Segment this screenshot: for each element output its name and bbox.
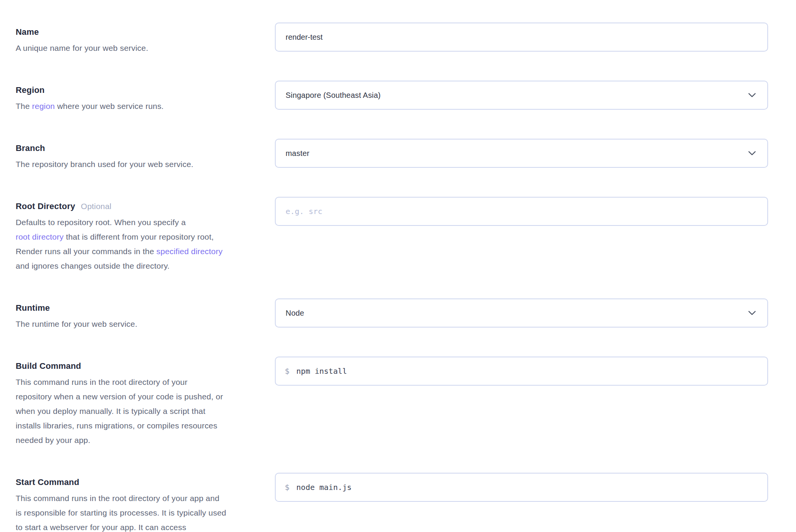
start-command-label-block: Start Command This command runs in the r… [16, 473, 275, 532]
root-directory-description: Defaults to repository root. When you sp… [16, 215, 263, 273]
runtime-label-block: Runtime The runtime for your web service… [16, 298, 275, 331]
root-directory-link[interactable]: root directory [16, 232, 63, 241]
name-description: A unique name for your web service. [16, 41, 263, 55]
chevron-down-icon [748, 311, 756, 315]
web-service-settings-form: Name A unique name for your web service.… [0, 0, 796, 532]
runtime-description: The runtime for your web service. [16, 317, 263, 331]
field-row-branch: Branch The repository branch used for yo… [16, 139, 768, 172]
start-command-description: This command runs in the root directory … [16, 491, 263, 532]
field-row-name: Name A unique name for your web service. [16, 23, 768, 55]
build-command-input[interactable] [296, 367, 758, 376]
branch-select-value: master [286, 149, 309, 158]
branch-label-block: Branch The repository branch used for yo… [16, 139, 275, 172]
branch-select[interactable]: master [275, 139, 768, 168]
name-input[interactable] [275, 23, 768, 52]
chevron-down-icon [748, 151, 756, 156]
build-command-label-block: Build Command This command runs in the r… [16, 357, 275, 448]
field-row-runtime: Runtime The runtime for your web service… [16, 298, 768, 331]
start-command-box: $ [275, 473, 768, 502]
build-command-label: Build Command [16, 360, 81, 372]
field-row-region: Region The region where your web service… [16, 81, 768, 114]
root-directory-description-text: Defaults to repository root. When you sp… [16, 218, 186, 227]
region-label-block: Region The region where your web service… [16, 81, 275, 114]
name-label-block: Name A unique name for your web service. [16, 23, 275, 55]
command-prompt: $ [285, 483, 289, 492]
specified-directory-link[interactable]: specified directory [156, 247, 223, 256]
branch-description: The repository branch used for your web … [16, 157, 263, 172]
region-select[interactable]: Singapore (Southeast Asia) [275, 81, 768, 110]
field-row-start-command: Start Command This command runs in the r… [16, 473, 768, 532]
root-directory-label: Root Directory [16, 201, 75, 212]
root-directory-label-block: Root Directory Optional Defaults to repo… [16, 197, 275, 273]
region-select-value: Singapore (Southeast Asia) [286, 91, 381, 100]
start-command-input[interactable] [296, 483, 758, 492]
field-row-root-directory: Root Directory Optional Defaults to repo… [16, 197, 768, 273]
branch-label: Branch [16, 143, 45, 154]
name-label: Name [16, 26, 39, 38]
region-link[interactable]: region [32, 102, 55, 110]
runtime-select[interactable]: Node [275, 298, 768, 328]
region-description: The region where your web service runs. [16, 99, 263, 114]
region-label: Region [16, 84, 45, 96]
optional-badge: Optional [81, 201, 112, 212]
root-directory-description-text: and ignores changes outside the director… [16, 261, 170, 270]
chevron-down-icon [748, 93, 756, 97]
field-row-build-command: Build Command This command runs in the r… [16, 357, 768, 448]
root-directory-input[interactable] [275, 197, 768, 226]
runtime-label: Runtime [16, 302, 50, 314]
command-prompt: $ [285, 367, 289, 376]
build-command-box: $ [275, 357, 768, 386]
region-description-text: The [16, 102, 32, 110]
runtime-select-value: Node [286, 309, 304, 318]
region-description-text: where your web service runs. [55, 102, 164, 110]
build-command-description: This command runs in the root directory … [16, 375, 263, 448]
start-command-label: Start Command [16, 477, 79, 488]
